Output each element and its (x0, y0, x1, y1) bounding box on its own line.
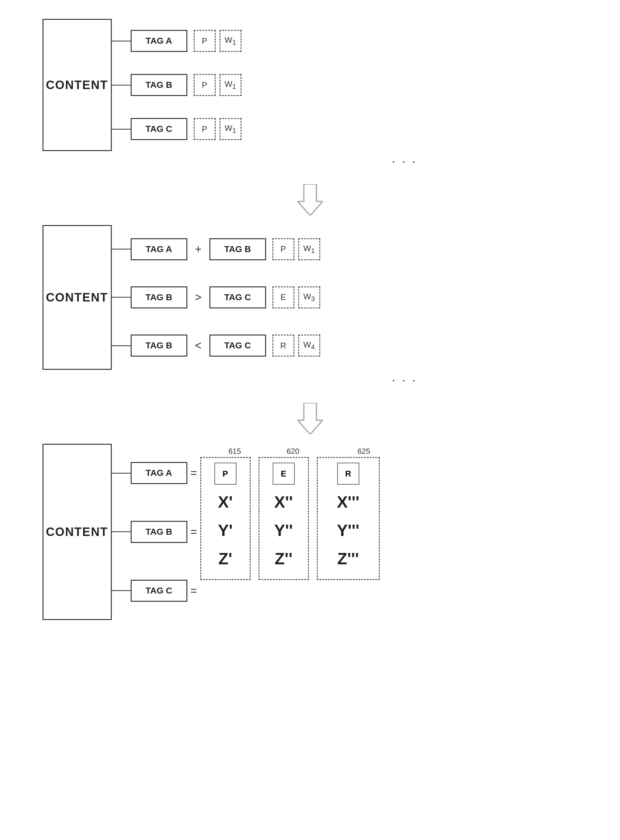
column-e-inner: E X'' Y'' Z'' (259, 457, 309, 580)
equals-label-3-3: = (191, 584, 197, 597)
hline-2-1 (112, 249, 131, 249)
content-label-3: CONTENT (46, 525, 108, 539)
tag-label-2-1b: TAG B (224, 244, 251, 254)
content-label-2: CONTENT (46, 291, 108, 304)
connector-row-2-2: TAG B > TAG C E W (112, 279, 320, 316)
tag-row-1-1: TAG A P W1 (131, 25, 242, 57)
p-label-1-2: P (202, 80, 207, 90)
op-label-2-1: + (195, 243, 202, 255)
p-box-2-1: P (272, 238, 294, 260)
tag-label-2-3a: TAG B (146, 341, 172, 351)
col-val-r-2-text: Y''' (337, 521, 360, 539)
col-val-e-2: Y'' (274, 521, 293, 540)
w-box-2-2: W3 (298, 286, 320, 308)
col-val-p-2-text: Y' (218, 521, 233, 539)
w-label-1-3: W1 (224, 123, 236, 135)
col-val-e-1: X'' (274, 493, 293, 511)
section-1: CONTENT TAG A P (0, 19, 620, 175)
w-box-1-1: W1 (220, 30, 242, 52)
ref-620: 620 (286, 447, 299, 456)
equals-label-3-2: = (191, 525, 197, 538)
ref-625: 625 (357, 447, 370, 456)
column-e-header: E (273, 463, 295, 485)
p-label-1-1: P (202, 36, 207, 46)
section3-left: CONTENT TAG A = (42, 444, 200, 620)
connector-row-1-2: TAG B P W1 (112, 69, 242, 101)
tag-box-3-3: TAG C (131, 580, 187, 602)
p-label-2-2: E (281, 292, 286, 302)
ellipsis-text-2: · · · (392, 373, 417, 387)
col-val-r-2: Y''' (337, 521, 360, 540)
tag-box-2-2a: TAG B (131, 286, 187, 308)
connectors-3: TAG A = TAG B = (112, 444, 200, 620)
tag-box-2-3a: TAG B (131, 335, 187, 356)
connector-row-3-3: TAG C = (112, 580, 200, 602)
col-val-r-1-text: X''' (337, 493, 360, 511)
col-val-p-3: Z' (218, 549, 232, 568)
tag-row-1-2: TAG B P W1 (131, 69, 242, 101)
equals-3-3: = (191, 584, 197, 597)
tag-row-1-3: TAG C P W1 (131, 113, 242, 145)
section-3: CONTENT TAG A = (0, 444, 620, 620)
arrow-down-icon-2 (298, 403, 323, 434)
ref-label-615: 615 (228, 447, 241, 455)
tag-box-3-2: TAG B (131, 521, 187, 543)
w-box-1-2: W1 (220, 74, 242, 96)
tag-row-3-2: TAG B = (131, 521, 200, 543)
tag-label-3-2: TAG B (146, 527, 172, 537)
p-label-2-3: R (280, 341, 286, 351)
op-label-2-2: > (195, 291, 202, 304)
tag-label-2-3b: TAG C (224, 341, 251, 351)
connector-row-2-3: TAG B < TAG C R W (112, 328, 320, 364)
dashed-pair-1-3: P W1 (194, 118, 242, 140)
w-label-2-2: W3 (303, 292, 315, 303)
tag-box-3-1: TAG A (131, 462, 187, 484)
ref-label-625: 625 (357, 447, 370, 455)
col-header-e: E (281, 469, 286, 479)
content-label-1: CONTENT (46, 78, 108, 92)
column-r: 625 R X''' Y''' Z''' (317, 447, 380, 580)
section-2: CONTENT TAG A + TAG B (0, 225, 620, 394)
dashed-pair-2-3: R W4 (272, 335, 320, 356)
dashed-pair-2-2: E W3 (272, 286, 320, 308)
col-val-r-3: Z''' (337, 549, 359, 568)
col-val-e-3-text: Z'' (275, 550, 292, 568)
p-label-2-1: P (281, 244, 286, 254)
column-r-header: R (337, 463, 359, 485)
p-box-1-2: P (194, 74, 216, 96)
connector-row-1-3: TAG C P W1 (112, 113, 242, 145)
p-box-1-1: P (194, 30, 216, 52)
content-box-2: CONTENT (42, 225, 112, 370)
dashed-pair-2-1: P W1 (272, 238, 320, 260)
connector-row-1: TAG A P W1 (112, 25, 242, 57)
tag-label-3-3: TAG C (146, 586, 172, 596)
svg-marker-1 (298, 403, 323, 434)
w-box-2-3: W4 (298, 335, 320, 356)
w-box-1-3: W1 (220, 118, 242, 140)
tag-label-2-1a: TAG A (146, 244, 172, 254)
column-r-inner: R X''' Y''' Z''' (317, 457, 380, 580)
ellipsis-2: · · · (42, 373, 578, 387)
ellipsis-text-1: · · · (392, 154, 417, 168)
tag-box-2-1a: TAG A (131, 238, 187, 260)
arrow-2 (0, 403, 620, 434)
operator-2-3: < (194, 339, 203, 352)
tag-label-1-3: TAG C (146, 124, 172, 134)
hline-1-2 (112, 85, 131, 86)
col-val-p-3-text: Z' (218, 550, 232, 568)
p-label-1-3: P (202, 124, 207, 134)
hline-2-3 (112, 345, 131, 346)
tag-box-2-2b: TAG C (209, 286, 266, 308)
p-box-2-2: E (272, 286, 294, 308)
dashed-pair-1-2: P W1 (194, 74, 242, 96)
tag-label-3-1: TAG A (146, 468, 172, 478)
tag-box-2-3b: TAG C (209, 335, 266, 356)
tag-label-2-2b: TAG C (224, 292, 251, 302)
hline-3-1 (112, 473, 131, 474)
col-val-p-2: Y' (218, 521, 233, 540)
column-p-header: P (214, 463, 236, 485)
connectors-1: TAG A P W1 (112, 19, 242, 151)
col-val-r-3-text: Z''' (337, 550, 359, 568)
p-box-2-3: R (272, 335, 294, 356)
equals-3-1: = (191, 466, 197, 479)
